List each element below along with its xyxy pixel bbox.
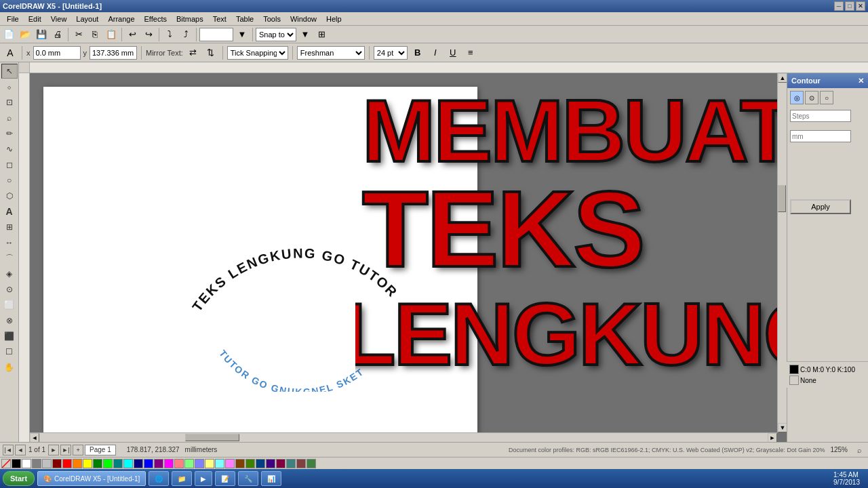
- menu-view[interactable]: View: [47, 14, 71, 24]
- taskbar-extra-btn1[interactable]: 📝: [215, 471, 235, 486]
- apply-button[interactable]: Apply: [790, 199, 851, 214]
- menu-layout[interactable]: Layout: [72, 14, 102, 24]
- ellipse-tool[interactable]: ○: [1, 173, 18, 188]
- scroll-thumb-h[interactable]: [185, 434, 239, 441]
- color-swatch-000080[interactable]: [134, 459, 143, 468]
- contour-to-center-btn[interactable]: ◎: [790, 91, 804, 104]
- color-swatch-ffff00[interactable]: [83, 459, 92, 468]
- save-btn[interactable]: 💾: [34, 27, 49, 42]
- shadow-tool[interactable]: ☐: [1, 344, 18, 359]
- horizontal-scrollbar[interactable]: ◄ ►: [30, 432, 777, 442]
- tick-snapping-select[interactable]: Tick Snapping: [227, 46, 288, 60]
- contour-outside-btn[interactable]: ○: [820, 91, 833, 104]
- menu-edit[interactable]: Edit: [24, 14, 45, 24]
- color-swatch-800000[interactable]: [52, 459, 62, 468]
- taskbar-media-btn[interactable]: ▶: [195, 471, 212, 486]
- font-family-select[interactable]: Freshman: [297, 46, 365, 60]
- page-tab[interactable]: Page 1: [85, 445, 116, 455]
- snap-toggle-btn[interactable]: ⊞: [314, 27, 329, 42]
- menu-effects[interactable]: Effects: [140, 14, 171, 24]
- minimize-button[interactable]: ─: [834, 1, 844, 11]
- offset-x-input[interactable]: [33, 46, 81, 60]
- color-swatch-004080[interactable]: [256, 459, 265, 468]
- fill-tool[interactable]: ◈: [1, 266, 18, 281]
- align-btn[interactable]: ≡: [463, 45, 478, 60]
- color-swatch-800080[interactable]: [154, 459, 163, 468]
- extrude-tool[interactable]: ⬛: [1, 329, 18, 344]
- color-swatch-c0c0c0[interactable]: [42, 459, 52, 468]
- text-select-arrow[interactable]: A: [3, 45, 18, 60]
- pan-tool[interactable]: ✋: [1, 360, 18, 375]
- color-swatch-ffffff[interactable]: [22, 459, 31, 468]
- menu-arrange[interactable]: Arrange: [104, 14, 138, 24]
- zoom-tool[interactable]: ⌕: [1, 110, 18, 125]
- taskbar-app-btn[interactable]: 🎨 CorelDRAW X5 - [Untitled-1]: [37, 471, 146, 486]
- color-swatch-ff8080[interactable]: [174, 459, 184, 468]
- text-tool[interactable]: A: [1, 204, 18, 219]
- color-swatch-ff00ff[interactable]: [164, 459, 174, 468]
- color-swatch-008000[interactable]: [93, 459, 102, 468]
- zoom-input[interactable]: 125%: [199, 28, 233, 41]
- menu-table[interactable]: Table: [232, 14, 258, 24]
- taskbar-extra-btn3[interactable]: 📊: [261, 471, 281, 486]
- italic-btn[interactable]: I: [428, 45, 443, 60]
- scroll-thumb-v[interactable]: [778, 185, 786, 212]
- menu-window[interactable]: Window: [286, 14, 321, 24]
- node-tool[interactable]: ⬦: [1, 79, 18, 94]
- rect-tool[interactable]: ◻: [1, 157, 18, 172]
- color-swatch-0000ff[interactable]: [144, 459, 153, 468]
- color-swatch-00ff00[interactable]: [103, 459, 113, 468]
- color-swatch-800040[interactable]: [276, 459, 285, 468]
- dimension-tool[interactable]: ↔: [1, 235, 18, 250]
- color-swatch-80ffff[interactable]: [215, 459, 224, 468]
- eyedrop-tool[interactable]: ⊙: [1, 282, 18, 297]
- connector-tool[interactable]: ⌒: [1, 251, 18, 266]
- maximize-button[interactable]: □: [845, 1, 854, 11]
- zoom-dropdown[interactable]: ▼: [235, 27, 250, 42]
- table-tool[interactable]: ⊞: [1, 220, 18, 235]
- color-swatch-ffff80[interactable]: [205, 459, 214, 468]
- color-swatch-408080[interactable]: [286, 459, 296, 468]
- stroke-color-swatch[interactable]: [789, 375, 799, 385]
- contour-steps-input[interactable]: [790, 110, 851, 122]
- next-page-btn[interactable]: ►: [48, 445, 59, 455]
- start-button[interactable]: Start: [3, 471, 35, 486]
- color-swatch-ff8000[interactable]: [73, 459, 82, 468]
- freehand-tool[interactable]: ✏: [1, 126, 18, 141]
- close-button[interactable]: ✕: [856, 1, 865, 11]
- copy-btn[interactable]: ⎘: [87, 27, 102, 42]
- outline-tool[interactable]: ⬜: [1, 298, 18, 312]
- taskbar-ie-btn[interactable]: 🌐: [149, 471, 169, 486]
- color-swatch-008080[interactable]: [113, 459, 123, 468]
- color-swatch-808080[interactable]: [32, 459, 41, 468]
- canvas-viewport[interactable]: TEKS LENGKUNG GO TUTOR TUTOR GO GNUKGNEL…: [30, 73, 787, 442]
- contour-inside-btn[interactable]: ⊙: [805, 91, 818, 104]
- bold-btn[interactable]: B: [410, 45, 425, 60]
- print-btn[interactable]: 🖨: [50, 27, 65, 42]
- contour-close-icon[interactable]: ✕: [858, 77, 864, 85]
- snap-to-select[interactable]: Snap to: [256, 28, 296, 41]
- color-swatch-000000[interactable]: [12, 459, 21, 468]
- taskbar-folder-btn[interactable]: 📁: [172, 471, 192, 486]
- font-size-select[interactable]: 24 pt: [374, 46, 408, 60]
- export-btn[interactable]: ⤴: [178, 27, 193, 42]
- menu-bitmaps[interactable]: Bitmaps: [172, 14, 208, 24]
- contour-offset-input[interactable]: [790, 130, 851, 142]
- mirror-v-btn[interactable]: ⇅: [203, 45, 218, 60]
- zoom-status-btn[interactable]: ⌕: [853, 444, 865, 456]
- underline-btn[interactable]: U: [446, 45, 460, 60]
- scroll-down-btn[interactable]: ▼: [778, 423, 787, 432]
- color-swatch-80ff80[interactable]: [184, 459, 194, 468]
- new-btn[interactable]: 📄: [1, 27, 16, 42]
- blend-tool[interactable]: ⊗: [1, 313, 18, 328]
- paste-btn[interactable]: 📋: [104, 27, 119, 42]
- no-fill-swatch[interactable]: [1, 459, 11, 468]
- vertical-scrollbar[interactable]: ▲ ▼: [777, 73, 787, 432]
- polygon-tool[interactable]: ⬡: [1, 188, 18, 203]
- color-swatch-400080[interactable]: [266, 459, 275, 468]
- menu-text[interactable]: Text: [209, 14, 231, 24]
- smart-drawing[interactable]: ∿: [1, 142, 18, 157]
- cut-btn[interactable]: ✂: [71, 27, 86, 42]
- color-swatch-804040[interactable]: [296, 459, 306, 468]
- color-swatch-8080ff[interactable]: [195, 459, 204, 468]
